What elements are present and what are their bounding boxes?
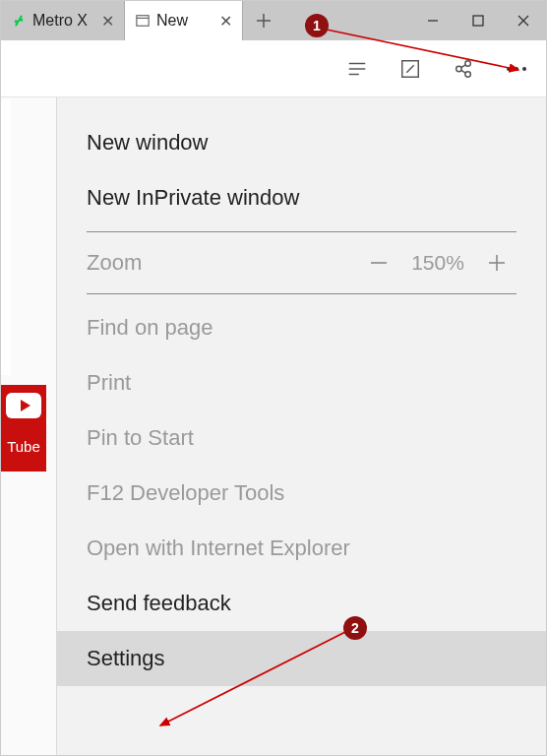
zoom-out-button[interactable] bbox=[359, 252, 398, 274]
titlebar: Metro X ✕ New ✕ bbox=[1, 1, 546, 40]
menu-pin-to-start[interactable]: Pin to Start bbox=[57, 410, 546, 466]
tab-inactive[interactable]: Metro X ✕ bbox=[1, 1, 125, 40]
svg-point-19 bbox=[522, 67, 526, 71]
menu-separator bbox=[87, 293, 517, 294]
menu-new-inprivate[interactable]: New InPrivate window bbox=[57, 170, 546, 225]
zoom-value: 150% bbox=[398, 251, 477, 275]
menu-find-on-page[interactable]: Find on page bbox=[57, 300, 546, 355]
reading-view-icon[interactable] bbox=[345, 57, 369, 81]
deviantart-icon bbox=[11, 13, 27, 29]
toolbar bbox=[1, 40, 546, 97]
new-tab-button[interactable] bbox=[243, 1, 284, 40]
menu-send-feedback[interactable]: Send feedback bbox=[57, 576, 546, 631]
page-icon bbox=[135, 13, 151, 29]
window-controls bbox=[410, 1, 546, 40]
svg-point-18 bbox=[515, 67, 518, 71]
more-actions-button[interactable] bbox=[505, 57, 528, 81]
web-note-icon[interactable] bbox=[398, 57, 422, 81]
zoom-in-button[interactable] bbox=[477, 251, 517, 275]
tab-title-inactive: Metro X bbox=[32, 12, 95, 30]
zoom-label: Zoom bbox=[87, 250, 359, 276]
play-icon bbox=[6, 393, 41, 418]
svg-point-12 bbox=[456, 66, 462, 72]
menu-separator bbox=[87, 231, 517, 232]
page-background-strip bbox=[1, 99, 11, 375]
svg-line-16 bbox=[461, 70, 466, 73]
youtube-label: Tube bbox=[7, 438, 40, 455]
menu-new-window[interactable]: New window bbox=[57, 115, 546, 170]
svg-point-17 bbox=[507, 67, 511, 71]
tab-active[interactable]: New ✕ bbox=[125, 1, 243, 40]
annotation-badge-1: 1 bbox=[305, 14, 329, 37]
svg-point-13 bbox=[465, 60, 471, 66]
maximize-button[interactable] bbox=[456, 1, 501, 40]
titlebar-spacer bbox=[284, 1, 410, 40]
annotation-badge-2: 2 bbox=[343, 616, 367, 640]
menu-settings[interactable]: Settings bbox=[57, 631, 546, 686]
menu-open-ie[interactable]: Open with Internet Explorer bbox=[57, 521, 546, 576]
more-actions-menu: New window New InPrivate window Zoom 150… bbox=[56, 97, 546, 755]
menu-developer-tools[interactable]: F12 Developer Tools bbox=[57, 466, 546, 521]
menu-zoom-row: Zoom 150% bbox=[57, 238, 546, 287]
tab-title-active: New bbox=[156, 12, 213, 30]
svg-line-15 bbox=[461, 64, 466, 67]
close-window-button[interactable] bbox=[501, 1, 546, 40]
svg-point-14 bbox=[465, 71, 471, 77]
youtube-tile[interactable]: Tube bbox=[1, 385, 46, 472]
share-icon[interactable] bbox=[452, 57, 475, 81]
minimize-button[interactable] bbox=[410, 1, 456, 40]
menu-print[interactable]: Print bbox=[57, 355, 546, 410]
svg-rect-0 bbox=[137, 16, 149, 27]
close-icon[interactable]: ✕ bbox=[101, 12, 114, 31]
close-icon[interactable]: ✕ bbox=[219, 12, 232, 31]
svg-rect-5 bbox=[473, 16, 483, 26]
